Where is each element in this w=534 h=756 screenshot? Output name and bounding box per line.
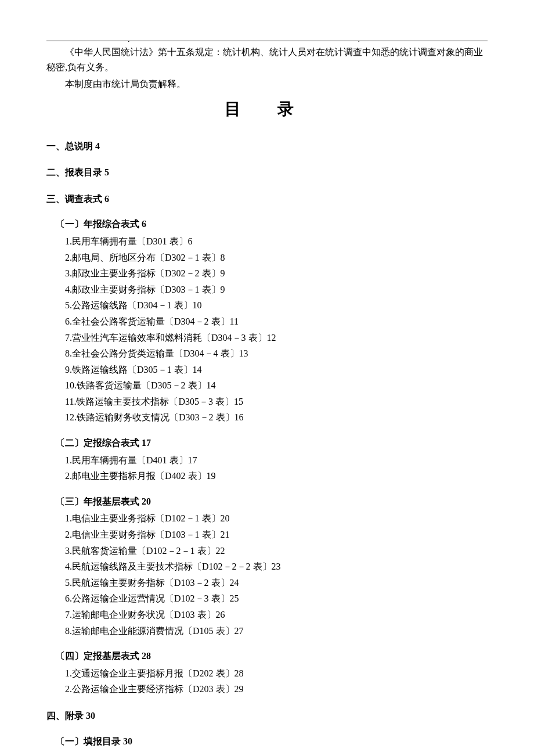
toc-item: 5.公路运输线路〔D304－1 表〕10: [65, 298, 488, 313]
toc-item: 3.邮政业主要业务指标〔D302－2 表〕9: [65, 266, 488, 281]
toc-section: 三、调查表式 6: [46, 192, 488, 207]
toc-item: 8.运输邮电企业能源消费情况〔D105 表〕27: [65, 624, 488, 639]
toc-item: 11.铁路运输主要技术指标〔D305－3 表〕15: [65, 394, 488, 409]
toc-item: 12.铁路运输财务收支情况〔D303－2 表〕16: [65, 410, 488, 425]
intro-paragraph-1: 《中华人民国统计法》第十五条规定：统计机构、统计人员对在统计调查中知悉的统计调查…: [46, 45, 488, 74]
toc-item: 1.民用车辆拥有量〔D401 表〕17: [65, 453, 488, 468]
toc-subsection: 〔一〕填报目录 30: [46, 734, 488, 749]
toc-item-list: 1.交通运输企业主要指标月报〔D202 表〕282.公路运输企业主要经济指标〔D…: [46, 666, 488, 697]
toc-item-list: 1.电信业主要业务指标〔D102－1 表〕202.电信业主要财务指标〔D103－…: [46, 511, 488, 638]
toc-item-list: 1.民用车辆拥有量〔D401 表〕172.邮电业主要指标月报〔D402 表〕19: [46, 453, 488, 484]
toc-item: 1.交通运输企业主要指标月报〔D202 表〕28: [65, 666, 488, 681]
toc-item: 10.铁路客货运输量〔D305－2 表〕14: [65, 378, 488, 393]
toc-section: 一、总说明 4: [46, 139, 488, 154]
table-of-contents: 一、总说明 4二、报表目录 5三、调查表式 6〔一〕年报综合表式 61.民用车辆…: [46, 139, 488, 756]
toc-item: 2.电信业主要财务指标〔D103－1 表〕21: [65, 527, 488, 542]
toc-section: 二、报表目录 5: [46, 165, 488, 180]
page-container: 《中华人民国统计法》第十五条规定：统计机构、统计人员对在统计调查中知悉的统计调查…: [0, 0, 534, 756]
toc-item: 6.公路运输企业运营情况〔D102－3 表〕25: [65, 591, 488, 606]
toc-section: 四、附录 30: [46, 708, 488, 723]
toc-item: 4.邮政业主要财务指标〔D303－1 表〕9: [65, 282, 488, 297]
toc-item: 3.民航客货运输量〔D102－2－1 表〕22: [65, 543, 488, 559]
toc-item: 2.邮电局、所地区分布〔D302－1 表〕8: [65, 250, 488, 265]
toc-subsection: 〔三〕年报基层表式 20: [46, 494, 488, 509]
toc-item-list: 1.民用车辆拥有量〔D301 表〕62.邮电局、所地区分布〔D302－1 表〕8…: [46, 234, 488, 425]
toc-item: 8.全社会公路分货类运输量〔D304－4 表〕13: [65, 346, 488, 361]
intro-paragraph-2: 本制度由市统计局负责解释。: [46, 77, 488, 92]
toc-item: 6.全社会公路客货运输量〔D304－2 表〕11: [65, 314, 488, 329]
toc-subsection: 〔二〕定报综合表式 17: [46, 435, 488, 451]
toc-item: 4.民航运输线路及主要技术指标〔D102－2－2 表〕23: [65, 559, 488, 574]
toc-item: 7.营业性汽车运输效率和燃料消耗〔D304－3 表〕12: [65, 330, 488, 345]
toc-item: 7.运输邮电企业财务状况〔D103 表〕26: [65, 607, 488, 622]
toc-item: 1.民用车辆拥有量〔D301 表〕6: [65, 234, 488, 249]
intro-text-1: 《中华人民国统计法》第十五条规定：统计机构、统计人员对在统计调查中知悉的统计调查…: [46, 47, 483, 72]
header-rule: [46, 41, 488, 41]
toc-item: 2.公路运输企业主要经济指标〔D203 表〕29: [65, 682, 488, 697]
toc-subsection: 〔四〕定报基层表式 28: [46, 649, 488, 664]
intro-text-2: 本制度由市统计局负责解释。: [65, 79, 186, 89]
toc-item: 1.电信业主要业务指标〔D102－1 表〕20: [65, 511, 488, 526]
toc-item: 9.铁路运输线路〔D305－1 表〕14: [65, 362, 488, 377]
toc-item: 5.民航运输主要财务指标〔D103－2 表〕24: [65, 575, 488, 591]
toc-item: 2.邮电业主要指标月报〔D402 表〕19: [65, 469, 488, 484]
toc-title: 目 录: [46, 96, 488, 123]
toc-subsection: 〔一〕年报综合表式 6: [46, 217, 488, 232]
